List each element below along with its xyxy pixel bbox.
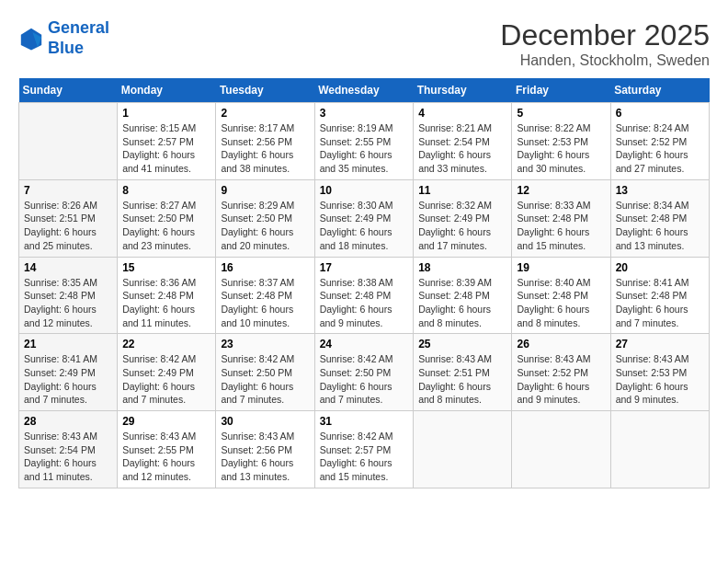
day-number: 14 bbox=[24, 261, 112, 274]
calendar-week-1: 1Sunrise: 8:15 AM Sunset: 2:57 PM Daylig… bbox=[19, 103, 710, 180]
calendar-cell: 2Sunrise: 8:17 AM Sunset: 2:56 PM Daylig… bbox=[216, 103, 314, 180]
calendar-cell: 20Sunrise: 8:41 AM Sunset: 2:48 PM Dayli… bbox=[610, 257, 709, 334]
calendar-cell bbox=[512, 411, 610, 488]
day-info: Sunrise: 8:27 AM Sunset: 2:50 PM Dayligh… bbox=[122, 199, 210, 253]
day-number: 12 bbox=[517, 184, 605, 197]
calendar-cell: 15Sunrise: 8:36 AM Sunset: 2:48 PM Dayli… bbox=[118, 257, 216, 334]
day-info: Sunrise: 8:43 AM Sunset: 2:52 PM Dayligh… bbox=[517, 352, 605, 407]
column-header-monday: Monday bbox=[118, 78, 216, 103]
day-info: Sunrise: 8:21 AM Sunset: 2:54 PM Dayligh… bbox=[418, 121, 506, 176]
day-number: 13 bbox=[616, 184, 704, 197]
day-info: Sunrise: 8:37 AM Sunset: 2:48 PM Dayligh… bbox=[221, 276, 309, 330]
day-number: 10 bbox=[320, 184, 409, 197]
day-number: 27 bbox=[616, 338, 704, 350]
day-number: 9 bbox=[221, 184, 309, 197]
day-number: 23 bbox=[221, 338, 309, 350]
day-number: 7 bbox=[24, 184, 112, 197]
day-info: Sunrise: 8:34 AM Sunset: 2:48 PM Dayligh… bbox=[616, 199, 704, 253]
day-info: Sunrise: 8:42 AM Sunset: 2:50 PM Dayligh… bbox=[221, 352, 309, 407]
column-header-saturday: Saturday bbox=[610, 78, 709, 103]
calendar-cell: 17Sunrise: 8:38 AM Sunset: 2:48 PM Dayli… bbox=[314, 257, 414, 334]
page-subtitle: Handen, Stockholm, Sweden bbox=[500, 52, 710, 69]
day-number: 31 bbox=[320, 415, 409, 428]
calendar-cell bbox=[19, 103, 118, 180]
calendar-cell: 28Sunrise: 8:43 AM Sunset: 2:54 PM Dayli… bbox=[19, 411, 118, 488]
day-number: 3 bbox=[320, 107, 409, 120]
day-info: Sunrise: 8:30 AM Sunset: 2:49 PM Dayligh… bbox=[320, 199, 409, 253]
day-info: Sunrise: 8:42 AM Sunset: 2:49 PM Dayligh… bbox=[122, 352, 210, 407]
title-area: December 2025 Handen, Stockholm, Sweden bbox=[500, 18, 710, 69]
calendar-header: SundayMondayTuesdayWednesdayThursdayFrid… bbox=[19, 78, 710, 103]
day-number: 18 bbox=[418, 261, 506, 274]
day-info: Sunrise: 8:36 AM Sunset: 2:48 PM Dayligh… bbox=[122, 276, 210, 330]
day-number: 8 bbox=[122, 184, 210, 197]
day-number: 25 bbox=[418, 338, 506, 350]
day-number: 5 bbox=[517, 107, 605, 120]
calendar-body: 1Sunrise: 8:15 AM Sunset: 2:57 PM Daylig… bbox=[19, 103, 710, 488]
day-number: 28 bbox=[24, 415, 112, 428]
calendar-cell: 13Sunrise: 8:34 AM Sunset: 2:48 PM Dayli… bbox=[610, 179, 709, 257]
day-info: Sunrise: 8:26 AM Sunset: 2:51 PM Dayligh… bbox=[24, 199, 112, 253]
calendar-cell: 4Sunrise: 8:21 AM Sunset: 2:54 PM Daylig… bbox=[414, 103, 512, 180]
day-info: Sunrise: 8:41 AM Sunset: 2:48 PM Dayligh… bbox=[616, 276, 704, 330]
day-number: 20 bbox=[616, 261, 704, 274]
calendar-cell: 5Sunrise: 8:22 AM Sunset: 2:53 PM Daylig… bbox=[512, 103, 610, 180]
calendar-cell: 12Sunrise: 8:33 AM Sunset: 2:48 PM Dayli… bbox=[512, 179, 610, 257]
day-info: Sunrise: 8:33 AM Sunset: 2:48 PM Dayligh… bbox=[517, 199, 605, 253]
calendar-week-3: 14Sunrise: 8:35 AM Sunset: 2:48 PM Dayli… bbox=[19, 257, 710, 334]
calendar-cell: 24Sunrise: 8:42 AM Sunset: 2:50 PM Dayli… bbox=[314, 334, 414, 411]
day-info: Sunrise: 8:38 AM Sunset: 2:48 PM Dayligh… bbox=[320, 276, 409, 330]
day-number: 16 bbox=[221, 261, 309, 274]
calendar-cell: 30Sunrise: 8:43 AM Sunset: 2:56 PM Dayli… bbox=[216, 411, 314, 488]
day-info: Sunrise: 8:19 AM Sunset: 2:55 PM Dayligh… bbox=[320, 121, 409, 176]
page-header: General Blue December 2025 Handen, Stock… bbox=[18, 18, 710, 69]
calendar-cell: 9Sunrise: 8:29 AM Sunset: 2:50 PM Daylig… bbox=[216, 179, 314, 257]
calendar-week-5: 28Sunrise: 8:43 AM Sunset: 2:54 PM Dayli… bbox=[19, 411, 710, 488]
calendar-cell: 22Sunrise: 8:42 AM Sunset: 2:49 PM Dayli… bbox=[118, 334, 216, 411]
day-number: 29 bbox=[122, 415, 210, 428]
calendar-cell bbox=[414, 411, 512, 488]
calendar-cell bbox=[610, 411, 709, 488]
day-number: 4 bbox=[418, 107, 506, 120]
calendar-cell: 11Sunrise: 8:32 AM Sunset: 2:49 PM Dayli… bbox=[414, 179, 512, 257]
day-info: Sunrise: 8:40 AM Sunset: 2:48 PM Dayligh… bbox=[517, 276, 605, 330]
logo-text: General Blue bbox=[48, 18, 109, 58]
day-number: 24 bbox=[320, 338, 409, 350]
calendar-cell: 31Sunrise: 8:42 AM Sunset: 2:57 PM Dayli… bbox=[314, 411, 414, 488]
calendar-cell: 10Sunrise: 8:30 AM Sunset: 2:49 PM Dayli… bbox=[314, 179, 414, 257]
calendar-cell: 18Sunrise: 8:39 AM Sunset: 2:48 PM Dayli… bbox=[414, 257, 512, 334]
day-info: Sunrise: 8:29 AM Sunset: 2:50 PM Dayligh… bbox=[221, 199, 309, 253]
column-header-friday: Friday bbox=[512, 78, 610, 103]
day-number: 26 bbox=[517, 338, 605, 350]
calendar-cell: 1Sunrise: 8:15 AM Sunset: 2:57 PM Daylig… bbox=[118, 103, 216, 180]
calendar-cell: 3Sunrise: 8:19 AM Sunset: 2:55 PM Daylig… bbox=[314, 103, 414, 180]
day-info: Sunrise: 8:17 AM Sunset: 2:56 PM Dayligh… bbox=[221, 121, 309, 176]
day-info: Sunrise: 8:22 AM Sunset: 2:53 PM Dayligh… bbox=[517, 121, 605, 176]
column-header-thursday: Thursday bbox=[414, 78, 512, 103]
calendar-cell: 7Sunrise: 8:26 AM Sunset: 2:51 PM Daylig… bbox=[19, 179, 118, 257]
calendar-cell: 23Sunrise: 8:42 AM Sunset: 2:50 PM Dayli… bbox=[216, 334, 314, 411]
day-number: 6 bbox=[616, 107, 704, 120]
day-info: Sunrise: 8:42 AM Sunset: 2:57 PM Dayligh… bbox=[320, 430, 409, 484]
day-info: Sunrise: 8:43 AM Sunset: 2:51 PM Dayligh… bbox=[418, 352, 506, 407]
day-number: 15 bbox=[122, 261, 210, 274]
day-info: Sunrise: 8:43 AM Sunset: 2:54 PM Dayligh… bbox=[24, 430, 112, 484]
day-info: Sunrise: 8:43 AM Sunset: 2:55 PM Dayligh… bbox=[122, 430, 210, 484]
day-number: 19 bbox=[517, 261, 605, 274]
column-header-wednesday: Wednesday bbox=[314, 78, 414, 103]
day-info: Sunrise: 8:43 AM Sunset: 2:53 PM Dayligh… bbox=[616, 352, 704, 407]
calendar-cell: 26Sunrise: 8:43 AM Sunset: 2:52 PM Dayli… bbox=[512, 334, 610, 411]
day-number: 11 bbox=[418, 184, 506, 197]
calendar-week-4: 21Sunrise: 8:41 AM Sunset: 2:49 PM Dayli… bbox=[19, 334, 710, 411]
calendar-cell: 21Sunrise: 8:41 AM Sunset: 2:49 PM Dayli… bbox=[19, 334, 118, 411]
day-info: Sunrise: 8:32 AM Sunset: 2:49 PM Dayligh… bbox=[418, 199, 506, 253]
page-title: December 2025 bbox=[500, 18, 710, 52]
calendar-cell: 19Sunrise: 8:40 AM Sunset: 2:48 PM Dayli… bbox=[512, 257, 610, 334]
day-number: 17 bbox=[320, 261, 409, 274]
logo: General Blue bbox=[18, 18, 109, 58]
header-row: SundayMondayTuesdayWednesdayThursdayFrid… bbox=[19, 78, 710, 103]
calendar-cell: 6Sunrise: 8:24 AM Sunset: 2:52 PM Daylig… bbox=[610, 103, 709, 180]
day-info: Sunrise: 8:39 AM Sunset: 2:48 PM Dayligh… bbox=[418, 276, 506, 330]
day-info: Sunrise: 8:43 AM Sunset: 2:56 PM Dayligh… bbox=[221, 430, 309, 484]
calendar-cell: 29Sunrise: 8:43 AM Sunset: 2:55 PM Dayli… bbox=[118, 411, 216, 488]
